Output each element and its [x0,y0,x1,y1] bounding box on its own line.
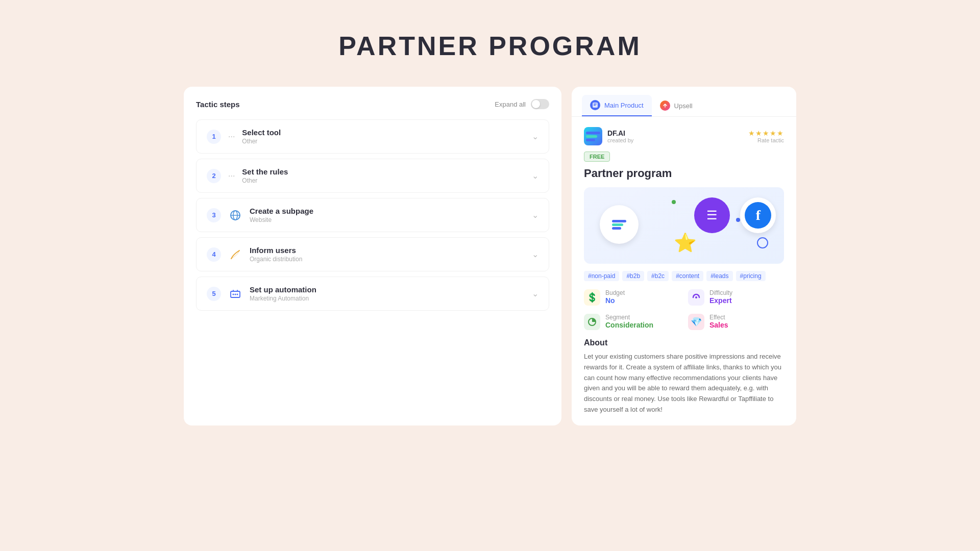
tag-content[interactable]: #content [672,271,703,281]
effect-icon: 💎 [688,314,704,330]
creator-logo [584,127,602,145]
difficulty-icon [688,289,704,306]
chevron-down-icon-1: ⌄ [532,132,538,141]
effect-label: Effect [709,314,728,321]
star-decoration: ⭐ [674,232,697,254]
step-info-4: Inform users Organic distribution [250,246,525,263]
tag-non-paid[interactable]: #non-paid [584,271,619,281]
step-info-5: Set up automation Marketing Automation [250,285,525,302]
step-name-3: Create a subpage [250,207,525,215]
svg-point-6 [237,293,238,295]
circle-outline-decoration [757,237,768,248]
step-sub-2: Other [242,177,525,184]
tags-container: #non-paid #b2b #b2c #content #leads #pri… [584,271,784,281]
metrics-grid: 💲 Budget No Difficulty [584,289,784,330]
creator-name: DF.AI [607,129,633,137]
green-dot-decoration [672,200,676,204]
tag-b2b[interactable]: #b2b [622,271,644,281]
facebook-circle: f [740,197,776,233]
upsell-icon [660,101,670,111]
difficulty-label: Difficulty [709,289,732,296]
chevron-down-icon-5: ⌄ [532,289,538,298]
metric-effect: 💎 Effect Sales [688,314,784,330]
step-number-2: 2 [207,169,221,183]
metric-effect-text: Effect Sales [709,314,728,329]
chevron-down-icon-3: ⌄ [532,210,538,220]
product-illustration: ☰ f ⭐ [584,187,784,264]
page-title: PARTNER PROGRAM [338,31,641,61]
step-number-3: 3 [207,208,221,222]
tab-main-product[interactable]: Main Product [582,95,652,116]
difficulty-value: Expert [709,296,732,305]
purple-circle-decoration: ☰ [694,197,730,233]
step-sub-4: Organic distribution [250,256,525,263]
star-rating[interactable]: ★★★★★ [748,129,784,137]
step-item-3[interactable]: 3 Create a subpage Website ⌄ [196,198,549,232]
step-item-5[interactable]: 5 Set up automation Marketing Automation… [196,277,549,311]
facebook-icon: f [745,202,771,229]
tag-pricing[interactable]: #pricing [736,271,766,281]
tag-b2c[interactable]: #b2c [647,271,669,281]
automation-icon [228,287,242,301]
expand-all-toggle[interactable] [531,99,549,109]
step-item-2[interactable]: 2 ··· Set the rules Other ⌄ [196,159,549,193]
svg-point-4 [233,293,234,295]
stripe-logo-icon [586,132,600,141]
budget-icon: 💲 [584,289,600,306]
segment-value: Consideration [605,321,653,329]
svg-rect-9 [594,105,596,106]
step-dots-1: ··· [228,132,235,141]
step-item-1[interactable]: 1 ··· Select tool Other ⌄ [196,119,549,154]
step-number-4: 4 [207,247,221,262]
step-item-4[interactable]: 4 Inform users Organic distribution ⌄ [196,237,549,271]
step-dots-2: ··· [228,171,235,181]
tactic-steps-title: Tactic steps [196,100,240,109]
organic-icon [228,247,242,262]
svg-point-5 [235,293,236,295]
product-title: Partner program [584,167,784,180]
budget-value: No [605,296,625,305]
tab-upsell[interactable]: Upsell [652,95,701,116]
step-name-1: Select tool [242,128,525,137]
stripe-logo-circle [600,205,639,244]
creator-by: created by [607,137,633,143]
budget-label: Budget [605,289,625,296]
chevron-down-icon-2: ⌄ [532,171,538,181]
step-name-2: Set the rules [242,167,525,176]
segment-icon [584,314,600,330]
step-info-1: Select tool Other [242,128,525,145]
step-name-4: Inform users [250,246,525,255]
right-content: DF.AI created by ★★★★★ Rate tactic FREE … [572,117,796,425]
step-number-5: 5 [207,287,221,301]
tag-leads[interactable]: #leads [706,271,732,281]
metric-difficulty-text: Difficulty Expert [709,289,732,305]
right-tabs: Main Product Upsell [572,87,796,117]
step-sub-3: Website [250,216,525,223]
step-sub-5: Marketing Automation [250,295,525,302]
step-info-3: Create a subpage Website [250,207,525,223]
rate-label[interactable]: Rate tactic [748,137,784,143]
metric-segment-text: Segment Consideration [605,314,653,329]
svg-rect-8 [594,104,597,105]
step-sub-1: Other [242,138,525,145]
right-panel: Main Product Upsell [572,87,796,425]
toggle-knob [532,100,540,108]
metric-budget-text: Budget No [605,289,625,305]
blue-dot-decoration [736,218,740,222]
rating-block: ★★★★★ Rate tactic [748,129,784,143]
step-number-1: 1 [207,130,221,144]
chevron-down-icon-4: ⌄ [532,249,538,259]
main-product-icon [590,100,600,110]
website-icon [228,208,242,222]
left-panel: Tactic steps Expand all 1 ··· Select too… [184,87,561,425]
effect-value: Sales [709,321,728,329]
tab-upsell-label: Upsell [674,102,693,110]
tactic-header: Tactic steps Expand all [196,99,549,109]
svg-point-10 [695,296,697,298]
creator-info: DF.AI created by [584,127,633,145]
metric-segment: Segment Consideration [584,314,680,330]
creator-row: DF.AI created by ★★★★★ Rate tactic [584,127,784,145]
creator-name-block: DF.AI created by [607,129,633,143]
free-badge: FREE [584,152,610,162]
metric-budget: 💲 Budget No [584,289,680,306]
